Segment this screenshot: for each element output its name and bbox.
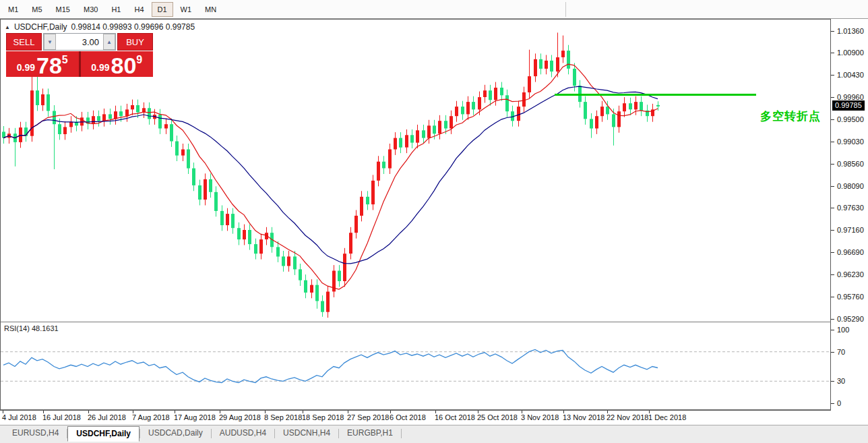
- timeframe-button-mn[interactable]: MN: [199, 2, 222, 17]
- price-axis-tick: [831, 230, 834, 231]
- rsi-axis-label: 100: [837, 326, 849, 334]
- price-axis-tick: [831, 252, 834, 253]
- chart-tab-usdcnh[interactable]: USDCNH,H4: [275, 426, 338, 440]
- buy-price-box[interactable]: 0.99 80 9: [81, 51, 154, 77]
- ma-slow-navy: [3, 86, 658, 264]
- timeframe-button-h1[interactable]: H1: [105, 2, 127, 17]
- price-axis-tick: [831, 274, 834, 275]
- chart-tab-usdcad[interactable]: USDCAD,Daily: [140, 426, 211, 440]
- date-axis-label: 22 Nov 2018: [607, 413, 648, 421]
- date-axis-label: 6 Oct 2018: [390, 413, 426, 421]
- date-axis-label: 7 Aug 2018: [132, 413, 170, 421]
- date-axis-label: 17 Aug 2018: [174, 413, 216, 421]
- rsi-chart-canvas[interactable]: [1, 322, 830, 409]
- rsi-indicator-label: RSI(14) 48.1631: [4, 324, 59, 332]
- buy-price-prefix: 0.99: [91, 62, 109, 73]
- timeframe-button-m5[interactable]: M5: [26, 2, 48, 17]
- rsi-axis[interactable]: 10070300: [831, 322, 868, 410]
- buy-price-pip: 9: [136, 54, 142, 66]
- sell-button[interactable]: SELL: [6, 33, 42, 51]
- price-axis-label: 0.98090: [837, 182, 864, 190]
- buy-price-main: 80: [111, 55, 137, 76]
- price-axis-tick: [831, 53, 834, 53]
- price-axis-tick: [831, 186, 834, 187]
- date-axis-label: 27 Sep 2018: [347, 413, 389, 421]
- chart-tab-audusd[interactable]: AUDUSD,H4: [212, 426, 274, 440]
- timeframe-button-d1[interactable]: D1: [152, 2, 173, 17]
- price-axis-tick: [831, 319, 834, 320]
- rsi-axis-tick: [831, 403, 834, 404]
- price-axis-label: 0.96230: [837, 270, 864, 278]
- chart-tab-bar: EURUSD,H4USDCHF,DailyUSDCAD,DailyAUDUSD,…: [0, 425, 868, 443]
- price-axis-label: 1.00900: [837, 49, 864, 57]
- date-axis-label: 25 Oct 2018: [477, 413, 518, 421]
- date-axis-label: 3 Nov 2018: [521, 413, 559, 421]
- rsi-axis-tick: [831, 330, 834, 330]
- tab-divider: [401, 429, 402, 438]
- price-axis-tick: [831, 142, 834, 142]
- volume-increase-icon[interactable]: ▲: [103, 34, 115, 50]
- rsi-axis-label: 30: [837, 377, 845, 385]
- timeframe-button-m15[interactable]: M15: [50, 2, 76, 17]
- price-axis-tick: [831, 97, 834, 98]
- price-axis[interactable]: 1.013601.009001.004300.999600.995000.990…: [831, 19, 868, 322]
- price-axis-label: 0.96690: [837, 248, 864, 256]
- price-axis-tick: [831, 75, 834, 76]
- timeframe-toolbar: M1M5M15M30H1H4D1W1MN: [0, 0, 868, 19]
- price-axis-tick: [831, 164, 834, 165]
- price-axis-label: 0.95760: [837, 293, 864, 301]
- rsi-axis-label: 70: [837, 348, 845, 356]
- price-axis-tick: [831, 208, 834, 208]
- price-axis-tick: [831, 119, 834, 120]
- chart-tab-eurgbp[interactable]: EURGBP,H1: [339, 426, 401, 440]
- toolbar-divider: [565, 2, 566, 17]
- date-axis-label: 26 Jul 2018: [88, 413, 126, 421]
- timeframe-button-w1[interactable]: W1: [175, 2, 198, 17]
- date-axis-label: 1 Dec 2018: [648, 413, 686, 421]
- chart-window: ▲ USDCHF,Daily 0.99814 0.99893 0.99696 0…: [0, 19, 868, 425]
- timeframe-button-m1[interactable]: M1: [2, 2, 24, 17]
- timeframe-button-m30[interactable]: M30: [78, 2, 104, 17]
- date-axis-label: 8 Sep 2018: [264, 413, 302, 421]
- buy-button[interactable]: BUY: [117, 33, 153, 51]
- date-axis[interactable]: 4 Jul 201816 Jul 201826 Jul 20187 Aug 20…: [0, 410, 831, 425]
- price-axis-label: 0.97160: [837, 226, 864, 234]
- rsi-axis-label: 0: [837, 399, 841, 407]
- price-axis-tick: [831, 297, 834, 297]
- price-axis-label: 1.00430: [837, 71, 864, 79]
- sell-price-prefix: 0.99: [17, 62, 35, 73]
- symbol-timeframe-label: USDCHF,Daily: [14, 22, 67, 32]
- ma-fast-red: [3, 64, 658, 289]
- ohlc-values: 0.99814 0.99893 0.99696 0.99785: [71, 22, 195, 32]
- price-axis-label: 0.99030: [837, 138, 864, 146]
- date-axis-label: 13 Nov 2018: [563, 413, 604, 421]
- volume-input[interactable]: 3.00: [56, 34, 103, 50]
- rsi-axis-tick: [831, 352, 834, 353]
- volume-decrease-icon[interactable]: ▼: [44, 34, 56, 50]
- volume-spinner: ▼ 3.00 ▲: [43, 33, 116, 51]
- rsi-axis-tick: [831, 381, 834, 382]
- chart-tab-eurusd[interactable]: EURUSD,H4: [4, 426, 67, 440]
- price-axis-tick: [831, 31, 834, 32]
- sell-price-pip: 5: [62, 54, 68, 66]
- rsi-pane[interactable]: RSI(14) 48.1631: [0, 322, 831, 410]
- date-axis-label: 29 Aug 2018: [219, 413, 261, 421]
- price-axis-label: 0.99500: [837, 115, 864, 123]
- rsi-line: [3, 349, 658, 382]
- one-click-trading-widget: SELL ▼ 3.00 ▲ BUY 0.99 78 5 0.99 80 9: [6, 33, 153, 77]
- chart-title: ▲ USDCHF,Daily 0.99814 0.99893 0.99696 0…: [5, 22, 195, 32]
- price-axis-label: 1.01360: [837, 27, 864, 35]
- price-axis-label: 0.98560: [837, 160, 864, 168]
- date-axis-label: 16 Jul 2018: [42, 413, 81, 421]
- price-pane[interactable]: ▲ USDCHF,Daily 0.99814 0.99893 0.99696 0…: [0, 19, 831, 322]
- timeframe-button-h4[interactable]: H4: [128, 2, 150, 17]
- current-price-badge: 0.99785: [832, 100, 865, 111]
- sell-price-box[interactable]: 0.99 78 5: [6, 51, 79, 77]
- date-axis-label: 4 Jul 2018: [2, 413, 36, 421]
- date-axis-label: 16 Oct 2018: [435, 413, 475, 421]
- timeframe-buttons: M1M5M15M30H1H4D1W1MN: [1, 2, 223, 17]
- price-axis-label: 0.97630: [837, 204, 864, 212]
- chart-tab-usdchf[interactable]: USDCHF,Daily: [67, 426, 140, 442]
- date-axis-label: 18 Sep 2018: [302, 413, 344, 421]
- collapse-panel-icon[interactable]: ▲: [5, 24, 10, 30]
